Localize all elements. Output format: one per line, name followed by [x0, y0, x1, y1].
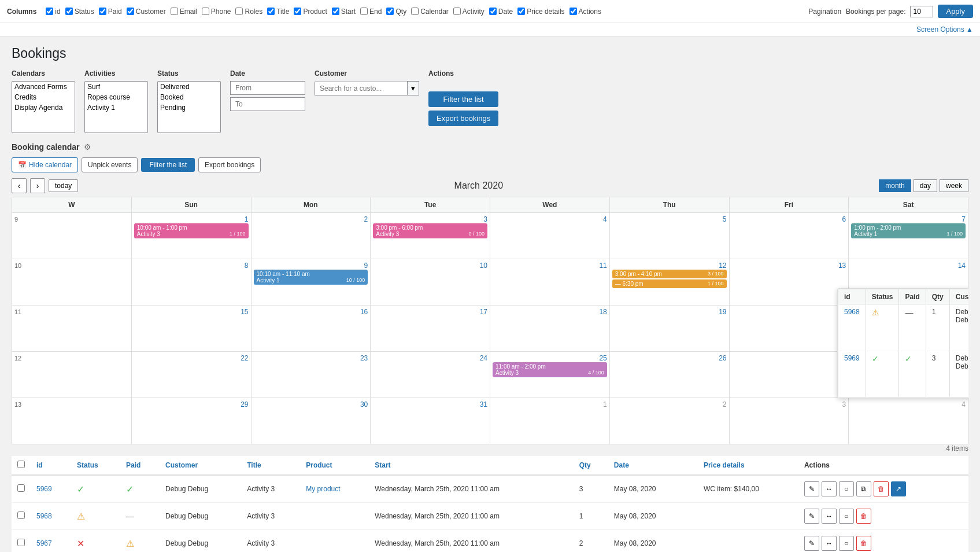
column-checkbox-col-phone[interactable]: Phone: [202, 8, 231, 16]
screen-options-link[interactable]: Screen Options ▲: [916, 25, 973, 34]
checkbox-col-customer[interactable]: [127, 8, 134, 15]
day-number[interactable]: 14: [851, 262, 966, 270]
col-id-header[interactable]: id: [31, 456, 71, 475]
calendar-event[interactable]: 10:00 am - 1:00 pmActivity 3 1 / 100: [134, 223, 249, 238]
row-checkbox[interactable]: [17, 484, 25, 492]
calendar-event[interactable]: 11:00 am - 2:00 pmActivity 3 4 / 100: [493, 362, 607, 377]
calendar-event[interactable]: 10:10 am - 11:10 amActivity 1 10 / 100: [254, 270, 368, 285]
export-button[interactable]: ↗: [891, 481, 906, 496]
column-checkbox-col-price-details[interactable]: Price details: [517, 8, 564, 16]
column-checkbox-col-date[interactable]: Date: [489, 8, 513, 16]
column-checkbox-col-end[interactable]: End: [360, 8, 382, 16]
date-from-input[interactable]: [230, 81, 305, 95]
gear-icon[interactable]: ⚙: [84, 142, 91, 152]
column-checkbox-col-paid[interactable]: Paid: [99, 8, 122, 16]
delete-button[interactable]: 🗑: [856, 509, 871, 524]
checkbox-col-calendar[interactable]: [411, 8, 419, 15]
edit-button[interactable]: ✎: [804, 481, 819, 496]
col-price-details-header[interactable]: Price details: [698, 456, 798, 475]
column-checkbox-col-customer[interactable]: Customer: [127, 8, 166, 16]
checkbox-col-product[interactable]: [294, 8, 301, 15]
delete-button[interactable]: 🗑: [856, 536, 871, 551]
checkbox-col-price-details[interactable]: [517, 8, 525, 15]
day-number[interactable]: 8: [134, 262, 249, 270]
day-number[interactable]: 26: [612, 354, 727, 362]
status-select[interactable]: Delivered Booked Pending: [157, 81, 221, 133]
checkbox-col-actions[interactable]: [569, 8, 577, 15]
column-checkbox-col-title[interactable]: Title: [267, 8, 289, 16]
copy-button[interactable]: ⧉: [856, 481, 871, 496]
day-number[interactable]: 7: [851, 215, 966, 223]
checkbox-col-date[interactable]: [489, 8, 497, 15]
day-number[interactable]: 6: [732, 215, 846, 223]
checkbox-col-paid[interactable]: [99, 8, 106, 15]
day-number[interactable]: 16: [254, 308, 368, 316]
edit-button[interactable]: ✎: [804, 509, 819, 524]
col-start-header[interactable]: Start: [369, 456, 574, 475]
col-status-header[interactable]: Status: [71, 456, 120, 475]
day-number[interactable]: 1: [493, 400, 607, 409]
day-number[interactable]: 1: [134, 215, 249, 223]
calendars-select[interactable]: Advanced Forms Credits Display Agenda: [12, 81, 75, 133]
day-number[interactable]: 4: [493, 215, 607, 223]
select-all-checkbox[interactable]: [17, 461, 25, 468]
checkbox-col-start[interactable]: [332, 8, 339, 15]
day-number[interactable]: 27: [732, 354, 846, 362]
edit-button[interactable]: ✎: [804, 536, 819, 551]
day-number[interactable]: 4: [851, 400, 966, 409]
day-number[interactable]: 9: [254, 262, 368, 270]
row-checkbox[interactable]: [17, 539, 25, 546]
day-number[interactable]: 12: [612, 262, 727, 270]
column-checkbox-col-email[interactable]: Email: [171, 8, 197, 16]
view-month-button[interactable]: month: [879, 179, 911, 192]
day-number[interactable]: 17: [373, 308, 487, 316]
col-qty-header[interactable]: Qty: [574, 456, 608, 475]
day-number[interactable]: 22: [134, 354, 249, 362]
column-checkbox-col-calendar[interactable]: Calendar: [411, 8, 449, 16]
checkbox-col-roles[interactable]: [235, 8, 243, 15]
day-number[interactable]: 13: [732, 262, 846, 270]
column-checkbox-col-activity[interactable]: Activity: [453, 8, 485, 16]
popup-booking-id[interactable]: 5969: [844, 354, 860, 362]
customer-dropdown-button[interactable]: ▾: [407, 81, 419, 95]
checkbox-col-qty[interactable]: [386, 8, 394, 15]
calendar-event[interactable]: 3:00 pm - 4:10 pm 3 / 100: [612, 270, 727, 278]
checkbox-col-id[interactable]: [46, 8, 53, 15]
export-bookings-button[interactable]: Export bookings: [428, 111, 498, 126]
column-checkbox-col-start[interactable]: Start: [332, 8, 356, 16]
day-number[interactable]: 30: [254, 400, 368, 409]
activities-select[interactable]: Surf Ropes course Activity 1: [84, 81, 148, 133]
col-customer-header[interactable]: Customer: [160, 456, 241, 475]
col-date-header[interactable]: Date: [608, 456, 698, 475]
column-checkbox-col-status[interactable]: Status: [65, 8, 94, 16]
arrow-button[interactable]: ↔: [822, 536, 837, 551]
calendar-event[interactable]: 3:00 pm - 6:00 pmActivity 3 0 / 100: [373, 223, 487, 238]
day-number[interactable]: 20: [732, 308, 846, 316]
circle-button[interactable]: ○: [839, 509, 854, 524]
unpick-events-button[interactable]: Unpick events: [82, 157, 138, 172]
col-product-header[interactable]: Product: [300, 456, 369, 475]
circle-button[interactable]: ○: [839, 481, 854, 496]
row-checkbox[interactable]: [17, 511, 25, 519]
column-checkbox-col-id[interactable]: id: [46, 8, 60, 16]
checkbox-col-email[interactable]: [171, 8, 178, 15]
checkbox-col-title[interactable]: [267, 8, 275, 15]
prev-month-button[interactable]: ‹: [12, 178, 27, 193]
day-number[interactable]: 10: [373, 262, 487, 270]
export-bookings-calendar-button[interactable]: Export bookings: [198, 157, 261, 172]
calendar-event[interactable]: — 6:30 pm 1 / 100: [612, 279, 727, 288]
hide-calendar-button[interactable]: 📅 Hide calendar: [12, 157, 78, 172]
view-week-button[interactable]: week: [940, 179, 968, 192]
day-number[interactable]: 3: [373, 215, 487, 223]
filter-list-button[interactable]: Filter the list: [428, 91, 498, 107]
day-number[interactable]: 2: [254, 215, 368, 223]
today-button[interactable]: today: [49, 179, 78, 192]
filter-list-calendar-button[interactable]: Filter the list: [141, 158, 195, 172]
day-number[interactable]: 3: [732, 400, 846, 409]
col-paid-header[interactable]: Paid: [120, 456, 160, 475]
checkbox-col-phone[interactable]: [202, 8, 209, 15]
day-number[interactable]: 11: [493, 262, 607, 270]
column-checkbox-col-actions[interactable]: Actions: [569, 8, 601, 16]
date-to-input[interactable]: [230, 97, 305, 111]
customer-search-input[interactable]: [315, 82, 407, 95]
